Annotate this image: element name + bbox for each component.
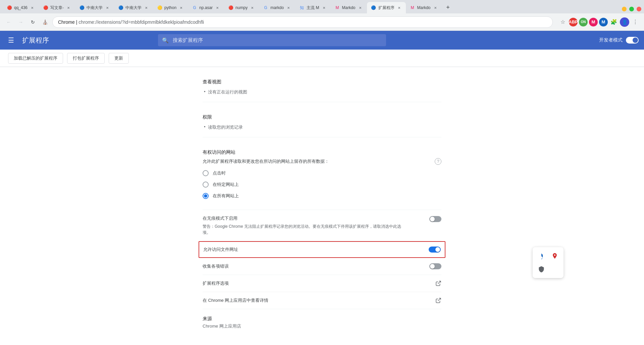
tab-zhuliu[interactable]: 知 主流 M ✕ xyxy=(295,2,330,13)
tab-label-numpy: numpy xyxy=(235,5,248,10)
tab-close-markdo1[interactable]: ✕ xyxy=(286,5,291,10)
menu-icon[interactable]: ⋮ xyxy=(631,17,640,27)
maximize-button[interactable] xyxy=(629,7,634,11)
minimize-button[interactable] xyxy=(622,7,627,11)
tab-favicon-numpy: 🔴 xyxy=(228,5,233,10)
tab-qq[interactable]: 🔴 qq_436 ✕ xyxy=(3,2,39,13)
permissions-item-1: 读取您的浏览记录 xyxy=(203,123,441,132)
tab-markdo1[interactable]: G markdo ✕ xyxy=(259,2,295,13)
on-icon[interactable]: ON xyxy=(579,18,588,26)
dev-mode-toggle[interactable] xyxy=(626,37,639,44)
shield-icon[interactable] xyxy=(535,263,547,275)
radio-all-sites: 在所有网站上 xyxy=(203,193,441,199)
m-icon2[interactable]: M xyxy=(599,18,608,26)
file-access-label: 允许访问文件网址 xyxy=(203,247,238,253)
tab-label-markdo2: Markdo xyxy=(342,5,356,10)
tab-markdo3[interactable]: M Markdo ✕ xyxy=(406,2,442,13)
tab-znda1[interactable]: 🔵 中南大学 ✕ xyxy=(75,2,114,13)
file-access-toggle-knob xyxy=(435,247,440,252)
tab-favicon-extensions: 🔵 xyxy=(371,5,376,10)
hamburger-menu[interactable]: ☰ xyxy=(5,33,17,47)
store-label: 在 Chrome 网上应用店中查看详情 xyxy=(203,297,268,303)
tab-bar: 🔴 qq_436 ✕ 🔴 写文章- ✕ 🔵 中南大学 ✕ 🔵 中南大学 ✕ 🟡 … xyxy=(0,0,644,13)
tab-close-zhuliu[interactable]: ✕ xyxy=(321,5,327,10)
close-button[interactable] xyxy=(637,7,641,11)
incognito-toggle[interactable] xyxy=(429,216,441,222)
tab-python[interactable]: 🟡 python ✕ xyxy=(153,2,188,13)
ext-options-section[interactable]: 扩展程序选项 xyxy=(203,275,441,292)
radio-specific-site-label: 在特定网站上 xyxy=(213,182,239,188)
main-content[interactable]: 查看视图 没有正在运行的视图 权限 读取您的浏览记录 有权访问的网站 允许此扩展… xyxy=(0,67,644,345)
radio-click-when: 点击时 xyxy=(203,170,441,176)
radio-all-sites-label: 在所有网站上 xyxy=(213,193,239,199)
new-tab-button[interactable]: + xyxy=(443,3,453,12)
help-icon[interactable]: ? xyxy=(435,158,441,165)
popup-overlay xyxy=(533,247,564,278)
tab-label-python: python xyxy=(164,5,176,10)
svg-line-0 xyxy=(438,281,441,284)
tab-label-extensions: 扩展程序 xyxy=(378,5,394,11)
tab-close-markdo3[interactable]: ✕ xyxy=(433,5,438,10)
collect-errors-toggle[interactable] xyxy=(429,263,441,269)
incognito-desc: 警告：Google Chrome 无法阻止扩展程序记录您的浏览活动。要在无痕模式… xyxy=(203,223,404,235)
address-input[interactable]: Chrome | chrome://extensions/?id=mbbfdip… xyxy=(52,16,553,28)
tab-close-np[interactable]: ✕ xyxy=(215,5,220,10)
m-icon[interactable]: M xyxy=(589,18,598,26)
tab-close-qq[interactable]: ✕ xyxy=(30,5,35,10)
tab-close-znda1[interactable]: ✕ xyxy=(105,5,110,10)
views-section: 查看视图 没有正在运行的视图 xyxy=(203,67,441,102)
tab-close-write[interactable]: ✕ xyxy=(66,5,71,10)
tab-np[interactable]: G np.asar ✕ xyxy=(188,2,224,13)
bookmark-icon[interactable]: ☆ xyxy=(558,17,568,27)
dev-mode-label: 开发者模式 xyxy=(599,37,623,43)
tab-favicon-np: G xyxy=(192,5,197,10)
ext-options-link-icon[interactable] xyxy=(435,280,441,286)
radio-specific-site-circle[interactable] xyxy=(203,182,209,188)
tab-favicon-python: 🟡 xyxy=(157,5,162,10)
store-link-icon[interactable] xyxy=(435,297,441,303)
tab-favicon-markdo3: M xyxy=(410,5,415,10)
tab-extensions[interactable]: 🔵 扩展程序 ✕ xyxy=(367,2,406,13)
tab-close-extensions[interactable]: ✕ xyxy=(396,5,402,10)
tab-close-znda2[interactable]: ✕ xyxy=(144,5,149,10)
ext-options-label: 扩展程序选项 xyxy=(203,280,229,286)
popup-icon-row-1 xyxy=(535,250,561,262)
home-button[interactable]: ⛪ xyxy=(40,17,50,27)
site-access-desc-text: 允许此扩展程序读取和更改您在所访问的网站上留存的所有数据： xyxy=(203,158,329,165)
pin-icon[interactable] xyxy=(549,250,561,262)
ext-toolbar: 加载已解压的扩展程序 打包扩展程序 更新 xyxy=(0,50,644,67)
load-unpacked-button[interactable]: 加载已解压的扩展程序 xyxy=(8,53,63,64)
tab-close-python[interactable]: ✕ xyxy=(178,5,184,10)
collect-errors-toggle-knob xyxy=(430,264,435,269)
tab-close-markdo2[interactable]: ✕ xyxy=(358,5,363,10)
file-access-toggle[interactable] xyxy=(429,247,441,253)
tab-favicon-znda2: 🔵 xyxy=(118,5,123,10)
address-bar: ← → ↻ ⛪ Chrome | chrome://extensions/?id… xyxy=(0,13,644,31)
user-avatar[interactable]: 👤 xyxy=(620,17,629,27)
tab-numpy[interactable]: 🔴 numpy ✕ xyxy=(224,2,259,13)
search-input[interactable]: 搜索扩展程序 xyxy=(173,37,382,44)
abp-icon[interactable]: ABP xyxy=(569,18,578,26)
radio-all-sites-circle[interactable] xyxy=(203,193,209,199)
store-section[interactable]: 在 Chrome 网上应用店中查看详情 xyxy=(203,292,441,309)
extensions-header: ☰ 扩展程序 🔍 搜索扩展程序 开发者模式 xyxy=(0,31,644,50)
radio-click-when-circle[interactable] xyxy=(203,170,209,176)
tab-markdo2[interactable]: M Markdo ✕ xyxy=(331,2,367,13)
back-button[interactable]: ← xyxy=(4,17,13,27)
tab-znda2[interactable]: 🔵 中南大学 ✕ xyxy=(114,2,153,13)
radio-click-when-label: 点击时 xyxy=(213,170,226,176)
extensions-icon[interactable]: 🧩 xyxy=(609,17,619,27)
tab-favicon-markdo1: G xyxy=(263,5,268,10)
source-value: Chrome 网上应用店 xyxy=(203,323,441,329)
pack-extension-button[interactable]: 打包扩展程序 xyxy=(67,53,105,64)
reload-button[interactable]: ↻ xyxy=(28,17,38,27)
tab-favicon-write: 🔴 xyxy=(43,5,48,10)
browser-frame: 🔴 qq_436 ✕ 🔴 写文章- ✕ 🔵 中南大学 ✕ 🔵 中南大学 ✕ 🟡 … xyxy=(0,0,644,345)
forward-button[interactable]: → xyxy=(16,17,25,27)
search-box[interactable]: 🔍 搜索扩展程序 xyxy=(158,34,386,46)
tab-write[interactable]: 🔴 写文章- ✕ xyxy=(39,2,75,13)
tab-close-numpy[interactable]: ✕ xyxy=(250,5,255,10)
update-button[interactable]: 更新 xyxy=(109,53,129,64)
file-access-section: 允许访问文件网址 xyxy=(199,241,445,258)
bluetooth-icon[interactable] xyxy=(535,250,547,262)
